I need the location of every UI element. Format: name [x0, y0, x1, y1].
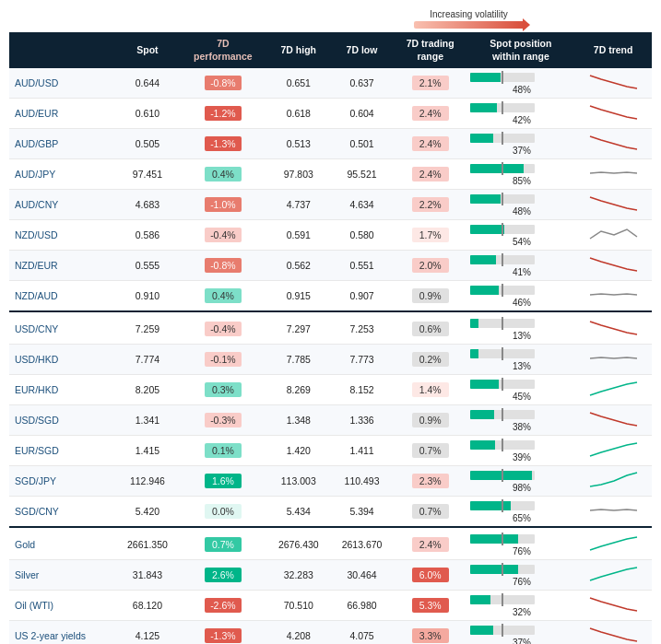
- bar-fill: [470, 534, 518, 544]
- table-row: USD/HKD 7.774 -0.1% 7.785 7.773 0.2% 13%: [9, 345, 652, 375]
- pair-name: Silver: [9, 560, 116, 591]
- bar-dot: [502, 624, 503, 637]
- range-value: 2.4%: [394, 159, 467, 190]
- high-value: 32.283: [266, 560, 330, 591]
- table-row: EUR/SGD 1.415 0.1% 1.420 1.411 0.7% 39%: [9, 436, 652, 466]
- bar-container: [470, 624, 544, 637]
- bar-container: [470, 101, 544, 114]
- perf-value: 2.6%: [179, 560, 266, 591]
- trend-cell: [574, 99, 652, 129]
- col-7d-trend: 7D trend: [574, 32, 652, 68]
- spot-value: 2661.350: [116, 530, 180, 560]
- perf-badge: -0.8%: [205, 76, 242, 90]
- spot-value: 0.644: [116, 68, 180, 99]
- pair-name: NZD/EUR: [9, 251, 116, 281]
- pair-name: NZD/AUD: [9, 281, 116, 312]
- bar-pct-label: 13%: [513, 331, 531, 341]
- bar-container: [470, 284, 544, 297]
- range-badge: 0.2%: [412, 352, 449, 367]
- bar-dot: [502, 71, 503, 84]
- perf-badge: 0.3%: [205, 382, 242, 397]
- spot-value: 0.505: [116, 129, 180, 159]
- table-row: USD/SGD 1.341 -0.3% 1.348 1.336 0.9% 38%: [9, 405, 652, 436]
- bar-fill: [470, 626, 493, 635]
- bar-fill: [470, 349, 478, 358]
- bar-bg: [470, 103, 535, 112]
- bar-dot: [502, 408, 503, 421]
- high-value: 0.618: [266, 99, 330, 129]
- bar-bg: [470, 255, 535, 264]
- spot-value: 0.586: [116, 220, 180, 251]
- bar-container: [470, 193, 544, 205]
- pair-name: Oil (WTI): [9, 591, 116, 621]
- high-value: 0.591: [266, 220, 330, 251]
- perf-value: 0.0%: [179, 497, 266, 528]
- perf-value: -0.1%: [179, 345, 266, 375]
- table-row: AUD/GBP 0.505 -1.3% 0.513 0.501 2.4% 37%: [9, 129, 652, 159]
- trend-cell: [574, 436, 652, 466]
- bar-bg: [470, 194, 535, 204]
- bar-fill: [470, 134, 493, 143]
- bar-container: [470, 71, 544, 84]
- bar-dot: [502, 593, 503, 606]
- perf-badge: 0.4%: [205, 288, 242, 303]
- spot-position: 32%: [466, 591, 574, 621]
- bar-dot: [502, 101, 503, 114]
- col-pair: [9, 32, 116, 68]
- high-value: 70.510: [266, 591, 330, 621]
- bar-bg: [470, 164, 535, 173]
- bar-dot: [502, 347, 503, 360]
- high-value: 0.513: [266, 129, 330, 159]
- col-7d-high: 7D high: [266, 32, 330, 68]
- range-badge: 2.4%: [412, 106, 449, 121]
- bar-dot: [502, 439, 503, 451]
- bar-pct-label: 38%: [513, 422, 531, 432]
- col-7d-range: 7D tradingrange: [394, 32, 467, 68]
- bar-bg: [470, 286, 535, 295]
- range-value: 0.9%: [394, 281, 467, 312]
- perf-badge: 1.6%: [205, 474, 242, 488]
- pair-name: AUD/GBP: [9, 129, 116, 159]
- spot-value: 0.555: [116, 251, 180, 281]
- spot-value: 0.910: [116, 281, 180, 312]
- bar-pct-label: 41%: [513, 267, 531, 277]
- range-value: 0.6%: [394, 314, 467, 345]
- range-value: 2.4%: [394, 530, 467, 560]
- high-value: 0.562: [266, 251, 330, 281]
- low-value: 0.580: [330, 220, 394, 251]
- perf-value: 0.3%: [179, 375, 266, 405]
- bar-pct-label: 32%: [513, 607, 531, 617]
- pair-name: EUR/HKD: [9, 375, 116, 405]
- bar-bg: [470, 534, 535, 544]
- bar-pct-label: 48%: [513, 85, 531, 95]
- spot-position: 13%: [466, 345, 574, 375]
- range-value: 1.7%: [394, 220, 467, 251]
- bar-dot: [502, 284, 503, 297]
- perf-value: 0.4%: [179, 159, 266, 190]
- bar-dot: [502, 253, 503, 266]
- table-row: NZD/AUD 0.910 0.4% 0.915 0.907 0.9% 46%: [9, 281, 652, 312]
- bar-container: [470, 533, 544, 545]
- perf-badge: -1.3%: [205, 136, 242, 151]
- trend-cell: [574, 560, 652, 591]
- low-value: 1.411: [330, 436, 394, 466]
- range-value: 2.4%: [394, 99, 467, 129]
- low-value: 8.152: [330, 375, 394, 405]
- range-value: 2.2%: [394, 190, 467, 220]
- range-badge: 1.4%: [412, 382, 449, 397]
- bar-bg: [470, 440, 535, 450]
- bar-pct-label: 48%: [513, 206, 531, 217]
- bar-fill: [470, 73, 501, 82]
- trend-cell: [574, 591, 652, 621]
- range-value: 2.3%: [394, 466, 467, 497]
- range-value: 0.9%: [394, 405, 467, 436]
- bar-dot: [502, 162, 503, 175]
- bar-container: [470, 499, 544, 512]
- perf-value: -0.8%: [179, 251, 266, 281]
- range-badge: 2.2%: [412, 197, 449, 212]
- perf-badge: -0.4%: [205, 322, 242, 336]
- bar-pct-label: 85%: [513, 176, 531, 186]
- table-row: USD/CNY 7.259 -0.4% 7.297 7.253 0.6% 13%: [9, 314, 652, 345]
- pair-name: Gold: [9, 530, 116, 560]
- perf-value: -1.2%: [179, 99, 266, 129]
